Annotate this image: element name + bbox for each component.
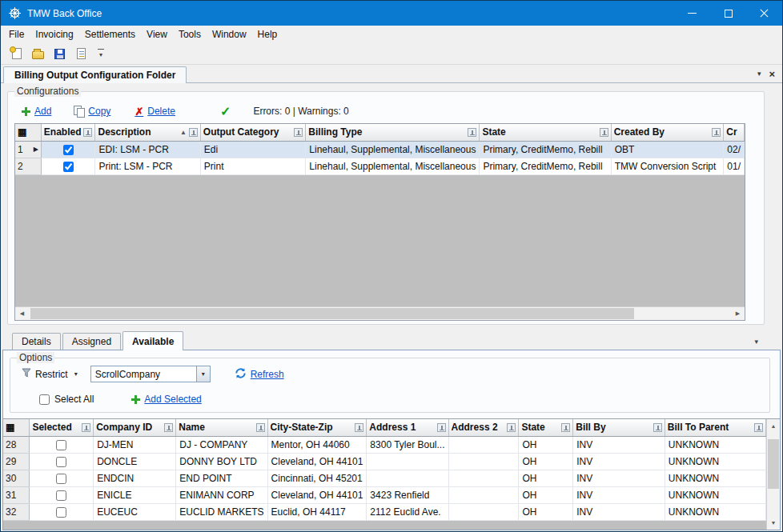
- scrollbar-track[interactable]: [767, 433, 780, 516]
- column-header-state[interactable]: State: [519, 419, 573, 436]
- pin-icon[interactable]: [712, 128, 721, 137]
- cell-billing-type[interactable]: Linehaul, Supplemental, Miscellaneous: [306, 141, 480, 158]
- cell-state[interactable]: OH: [519, 436, 573, 453]
- column-header-description[interactable]: Description▲: [95, 124, 200, 141]
- cell-address2[interactable]: [448, 503, 519, 520]
- pin-icon[interactable]: [256, 423, 265, 432]
- pane-chevron-down-icon[interactable]: ▾: [754, 338, 758, 346]
- cell-company-id[interactable]: DONCLE: [94, 453, 176, 470]
- cell-state[interactable]: Primary, CreditMemo, Rebill: [480, 141, 611, 158]
- cell-address1[interactable]: 8300 Tyler Boul...: [367, 436, 448, 453]
- scrollbar-thumb[interactable]: [30, 308, 634, 319]
- menu-invoicing[interactable]: Invoicing: [30, 26, 78, 43]
- cell-name[interactable]: EUCLID MARKETS: [176, 503, 267, 520]
- pin-icon[interactable]: [189, 128, 198, 137]
- cell-address2[interactable]: [448, 470, 519, 486]
- row-number-cell[interactable]: 31: [3, 486, 30, 503]
- pin-icon[interactable]: [653, 423, 662, 432]
- selected-checkbox[interactable]: [56, 474, 66, 484]
- row-selector-header[interactable]: ▦: [3, 419, 30, 436]
- cell-description[interactable]: Print: LSM - PCR: [95, 158, 200, 174]
- row-number-cell[interactable]: 28: [3, 436, 30, 453]
- delete-link[interactable]: ✗ Delete: [135, 106, 175, 118]
- cell-bill-by[interactable]: INV: [573, 470, 665, 486]
- cell-company-id[interactable]: EUCEUC: [94, 503, 176, 520]
- enabled-checkbox[interactable]: [63, 145, 74, 155]
- cell-address2[interactable]: [448, 436, 519, 453]
- column-header-created-by[interactable]: Created By: [611, 124, 724, 141]
- cell-address2[interactable]: [448, 453, 519, 470]
- scrollbar-track[interactable]: [29, 307, 731, 320]
- cell-bill-to-parent[interactable]: UNKNOWN: [665, 503, 765, 520]
- cell-company-id[interactable]: DJ-MEN: [94, 436, 176, 453]
- cell-address1[interactable]: 3423 Renfield: [367, 486, 448, 503]
- company-scroll-combobox[interactable]: ScrollCompany ▾: [90, 366, 211, 382]
- cell-output-category[interactable]: Edi: [200, 141, 305, 158]
- add-link[interactable]: Add: [21, 106, 51, 117]
- cell-created-date[interactable]: 01/: [724, 158, 745, 174]
- column-header-selected[interactable]: Selected: [30, 419, 94, 436]
- cell-description[interactable]: EDI: LSM - PCR: [95, 141, 200, 158]
- save-button[interactable]: [50, 45, 69, 62]
- table-row[interactable]: 31 ENICLE ENIMANN CORP Cleveland, OH 441…: [3, 486, 766, 503]
- scroll-right-button[interactable]: ▶: [731, 307, 745, 320]
- selected-checkbox[interactable]: [56, 440, 66, 450]
- cell-state[interactable]: OH: [519, 503, 573, 520]
- open-button[interactable]: [29, 45, 47, 62]
- tab-list-chevron-icon[interactable]: ▾: [757, 70, 761, 78]
- column-header-company-id[interactable]: Company ID: [94, 419, 176, 436]
- cell-created-date[interactable]: 02/: [724, 141, 745, 158]
- scroll-left-button[interactable]: ◀: [15, 307, 29, 320]
- scroll-up-button[interactable]: ▲: [767, 419, 780, 433]
- tab-billing-output-configuration-folder[interactable]: Billing Output Configuration Folder: [3, 66, 187, 83]
- maximize-button[interactable]: [710, 1, 746, 26]
- column-header-output-category[interactable]: Output Category: [200, 124, 305, 141]
- column-header-name[interactable]: Name: [176, 419, 267, 436]
- cell-state[interactable]: Primary, CreditMemo, Rebill: [480, 158, 611, 174]
- table-row[interactable]: 2 Print: LSM - PCR Print Linehaul, Suppl…: [15, 158, 745, 174]
- cell-bill-to-parent[interactable]: UNKNOWN: [665, 470, 765, 486]
- pin-icon[interactable]: [83, 128, 92, 137]
- tab-available[interactable]: Available: [122, 331, 183, 350]
- table-row[interactable]: 30 ENDCIN END POINT Cincinnati, OH 45201…: [3, 470, 766, 486]
- menu-view[interactable]: View: [141, 26, 173, 43]
- cell-output-category[interactable]: Print: [200, 158, 305, 174]
- table-row[interactable]: 32 EUCEUC EUCLID MARKETS Euclid, OH 4411…: [3, 503, 766, 520]
- pin-icon[interactable]: [355, 423, 363, 432]
- row-number-cell[interactable]: 29: [3, 453, 30, 470]
- column-header-bill-to-parent[interactable]: Bill To Parent: [665, 419, 765, 436]
- enabled-checkbox[interactable]: [63, 162, 74, 172]
- add-selected-link[interactable]: Add Selected: [130, 394, 201, 405]
- cell-name[interactable]: DONNY BOY LTD: [176, 453, 267, 470]
- cell-address1[interactable]: 2112 Euclid Ave.: [367, 503, 448, 520]
- cell-name[interactable]: END POINT: [176, 470, 267, 486]
- table-row[interactable]: 1▶ EDI: LSM - PCR Edi Linehaul, Suppleme…: [15, 141, 745, 158]
- column-header-created-date[interactable]: Cr: [724, 124, 745, 141]
- selected-checkbox[interactable]: [56, 490, 66, 501]
- export-button[interactable]: [72, 45, 90, 62]
- column-header-enabled[interactable]: Enabled: [41, 124, 95, 141]
- restrict-dropdown-button[interactable]: Restrict ▾: [18, 366, 81, 382]
- new-button[interactable]: [7, 45, 26, 62]
- cell-created-by[interactable]: OBT: [611, 141, 724, 158]
- cell-bill-to-parent[interactable]: UNKNOWN: [665, 453, 765, 470]
- cell-address1[interactable]: [367, 470, 448, 486]
- menu-file[interactable]: File: [3, 26, 30, 43]
- copy-link[interactable]: Copy: [74, 106, 110, 117]
- table-row[interactable]: 28 DJ-MEN DJ - COMPANY Mentor, OH 44060 …: [3, 436, 766, 453]
- cell-bill-by[interactable]: INV: [573, 453, 665, 470]
- cell-state[interactable]: OH: [519, 486, 573, 503]
- cell-city-state-zip[interactable]: Cleveland, OH 44101: [267, 453, 367, 470]
- cell-city-state-zip[interactable]: Mentor, OH 44060: [267, 436, 367, 453]
- column-header-billing-type[interactable]: Billing Type: [306, 124, 480, 141]
- pin-icon[interactable]: [294, 128, 303, 137]
- cell-bill-to-parent[interactable]: UNKNOWN: [665, 486, 765, 503]
- column-header-state[interactable]: State: [480, 124, 611, 141]
- selected-checkbox[interactable]: [56, 457, 66, 467]
- pin-icon[interactable]: [600, 128, 608, 137]
- menu-help[interactable]: Help: [252, 26, 283, 43]
- column-header-bill-by[interactable]: Bill By: [573, 419, 665, 436]
- pin-icon[interactable]: [164, 423, 173, 432]
- row-number-cell[interactable]: 30: [3, 470, 30, 486]
- cell-bill-by[interactable]: INV: [573, 436, 665, 453]
